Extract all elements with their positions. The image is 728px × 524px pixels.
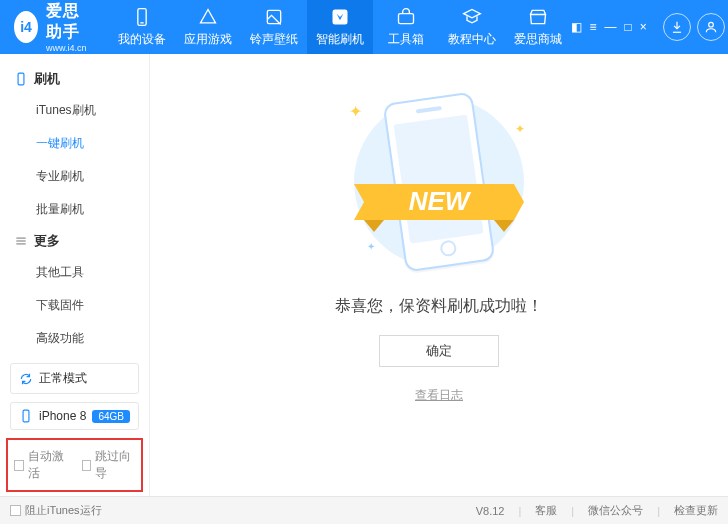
sidebar-item-download-firmware[interactable]: 下载固件 <box>0 289 149 322</box>
nav-my-device[interactable]: 我的设备 <box>109 0 175 54</box>
nav-label: 工具箱 <box>388 31 424 48</box>
nav-label: 我的设备 <box>118 31 166 48</box>
check-update-link[interactable]: 检查更新 <box>674 503 718 518</box>
nav-label: 爱思商城 <box>514 31 562 48</box>
phone-icon <box>14 72 28 86</box>
wechat-link[interactable]: 微信公众号 <box>588 503 643 518</box>
toolbox-icon <box>396 7 416 27</box>
nav-label: 教程中心 <box>448 31 496 48</box>
refresh-icon <box>19 372 33 386</box>
sidebar-group-flash: 刷机 <box>0 64 149 94</box>
device-mode[interactable]: 正常模式 <box>10 363 139 394</box>
nav-tutorials[interactable]: 教程中心 <box>439 0 505 54</box>
menu-icon[interactable]: ≡ <box>590 20 597 34</box>
sidebar: 刷机 iTunes刷机 一键刷机 专业刷机 批量刷机 更多 其他工具 下载固件 … <box>0 54 150 496</box>
version-label: V8.12 <box>476 505 505 517</box>
minimize-icon[interactable]: — <box>605 20 617 34</box>
new-ribbon: NEW <box>344 162 534 242</box>
close-icon[interactable]: × <box>640 20 647 34</box>
auto-activate-checkbox[interactable]: 自动激活 <box>14 448 68 482</box>
top-nav: 我的设备 应用游戏 铃声壁纸 智能刷机 工具箱 教程中心 爱思商城 <box>109 0 571 54</box>
nav-store[interactable]: 爱思商城 <box>505 0 571 54</box>
nav-tools[interactable]: 工具箱 <box>373 0 439 54</box>
logo-badge: i4 <box>14 11 38 43</box>
maximize-icon[interactable]: □ <box>625 20 632 34</box>
main-content: ✦ ✦ ✦ NEW 恭喜您，保资料刷机成功啦！ 确定 查看日志 <box>150 54 728 496</box>
ok-button[interactable]: 确定 <box>379 335 499 367</box>
sidebar-item-oneclick-flash[interactable]: 一键刷机 <box>0 127 149 160</box>
statusbar: 阻止iTunes运行 V8.12 | 客服 | 微信公众号 | 检查更新 <box>0 496 728 524</box>
download-button[interactable] <box>663 13 691 41</box>
user-icon <box>704 20 718 34</box>
svg-rect-10 <box>23 410 29 422</box>
svg-point-5 <box>708 22 713 27</box>
device-name: iPhone 8 <box>39 409 86 423</box>
account-button[interactable] <box>697 13 725 41</box>
view-log-link[interactable]: 查看日志 <box>415 387 463 404</box>
nav-ringtones[interactable]: 铃声壁纸 <box>241 0 307 54</box>
skin-icon[interactable]: ◧ <box>571 20 582 34</box>
sidebar-item-batch-flash[interactable]: 批量刷机 <box>0 193 149 226</box>
nav-label: 铃声壁纸 <box>250 31 298 48</box>
wallpaper-icon <box>264 7 284 27</box>
window-controls: ◧ ≡ — □ × <box>571 13 728 41</box>
sidebar-item-pro-flash[interactable]: 专业刷机 <box>0 160 149 193</box>
app-site: www.i4.cn <box>46 43 95 53</box>
sidebar-item-advanced[interactable]: 高级功能 <box>0 322 149 355</box>
app-name: 爱思助手 <box>46 1 95 43</box>
success-message: 恭喜您，保资料刷机成功啦！ <box>335 296 543 317</box>
sidebar-item-other-tools[interactable]: 其他工具 <box>0 256 149 289</box>
support-link[interactable]: 客服 <box>535 503 557 518</box>
flash-icon <box>330 7 350 27</box>
phone-small-icon <box>19 409 33 423</box>
success-illustration: ✦ ✦ ✦ NEW <box>319 82 559 282</box>
sidebar-item-itunes-flash[interactable]: iTunes刷机 <box>0 94 149 127</box>
sidebar-group-more: 更多 <box>0 226 149 256</box>
app-logo: i4 爱思助手 www.i4.cn <box>0 1 109 53</box>
nav-label: 智能刷机 <box>316 31 364 48</box>
store-icon <box>528 7 548 27</box>
titlebar: i4 爱思助手 www.i4.cn 我的设备 应用游戏 铃声壁纸 智能刷机 工具… <box>0 0 728 54</box>
svg-rect-6 <box>18 73 24 85</box>
flash-options-highlight: 自动激活 跳过向导 <box>6 438 143 492</box>
svg-text:NEW: NEW <box>409 186 472 216</box>
device-icon <box>132 7 152 27</box>
nav-apps[interactable]: 应用游戏 <box>175 0 241 54</box>
nav-flash[interactable]: 智能刷机 <box>307 0 373 54</box>
tutorial-icon <box>462 7 482 27</box>
apps-icon <box>198 7 218 27</box>
svg-rect-4 <box>398 13 413 23</box>
block-itunes-checkbox[interactable]: 阻止iTunes运行 <box>10 503 102 518</box>
download-icon <box>670 20 684 34</box>
connected-device[interactable]: iPhone 8 64GB <box>10 402 139 430</box>
device-storage-badge: 64GB <box>92 410 130 423</box>
skip-guide-checkbox[interactable]: 跳过向导 <box>82 448 136 482</box>
list-icon <box>14 234 28 248</box>
nav-label: 应用游戏 <box>184 31 232 48</box>
